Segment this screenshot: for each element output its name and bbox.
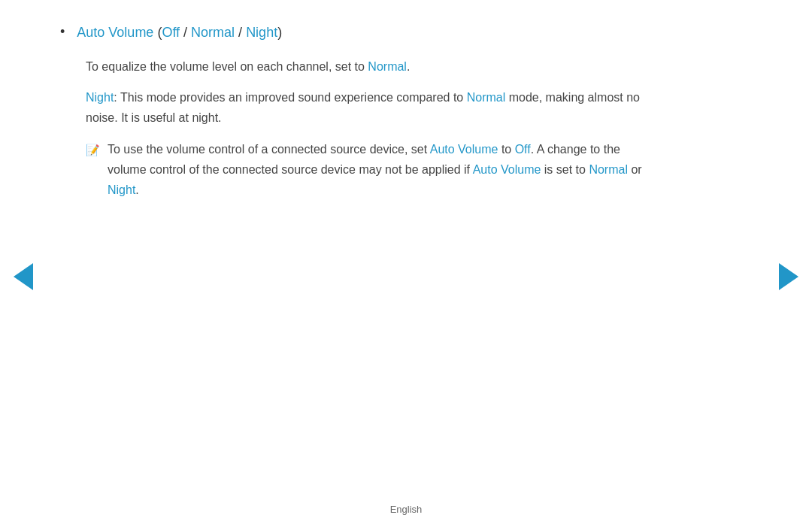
main-content: • Auto Volume (Off / Normal / Night) To … — [0, 0, 722, 260]
note-auto-volume1: Auto Volume — [430, 143, 498, 156]
desc2-normal: Normal — [467, 91, 506, 104]
off-link: Off — [162, 25, 180, 40]
description-1: To equalize the volume level on each cha… — [86, 56, 647, 77]
note-icon: 📝 — [86, 141, 100, 160]
desc1-normal: Normal — [368, 60, 407, 73]
note-text5: or — [628, 163, 642, 176]
auto-volume-heading: Auto Volume — [77, 25, 153, 40]
note-text: To use the volume control of a connected… — [108, 139, 647, 201]
paren-open: ( — [153, 25, 162, 40]
note-text4: is set to — [541, 163, 589, 176]
note-block: 📝 To use the volume control of a connect… — [86, 139, 647, 201]
slash1: / — [180, 25, 191, 40]
note-night: Night — [108, 183, 135, 196]
normal-link-heading: Normal — [191, 25, 235, 40]
footer-language: English — [390, 504, 423, 515]
language-label: English — [390, 504, 423, 515]
note-text1: To use the volume control of a connected… — [108, 143, 430, 156]
note-auto-volume2: Auto Volume — [473, 163, 541, 176]
description-2: Night: This mode provides an improved so… — [86, 87, 647, 128]
note-text6: . — [135, 183, 138, 196]
desc2-text: This mode provides an improved sound exp… — [117, 91, 467, 104]
desc2-night: Night — [86, 91, 114, 104]
note-normal: Normal — [589, 163, 628, 176]
note-off: Off — [515, 143, 531, 156]
note-text2: to — [498, 143, 514, 156]
heading-line: Auto Volume (Off / Normal / Night) — [77, 23, 282, 43]
nav-left-button[interactable] — [14, 263, 33, 290]
nav-right-button[interactable] — [779, 263, 798, 290]
desc1-text: To equalize the volume level on each cha… — [86, 60, 368, 73]
night-link-heading: Night — [246, 25, 277, 40]
paren-close: ) — [277, 25, 282, 40]
desc1-end: . — [407, 60, 410, 73]
bullet-dot: • — [60, 24, 65, 40]
slash2: / — [235, 25, 246, 40]
bullet-item: • Auto Volume (Off / Normal / Night) — [60, 23, 647, 43]
